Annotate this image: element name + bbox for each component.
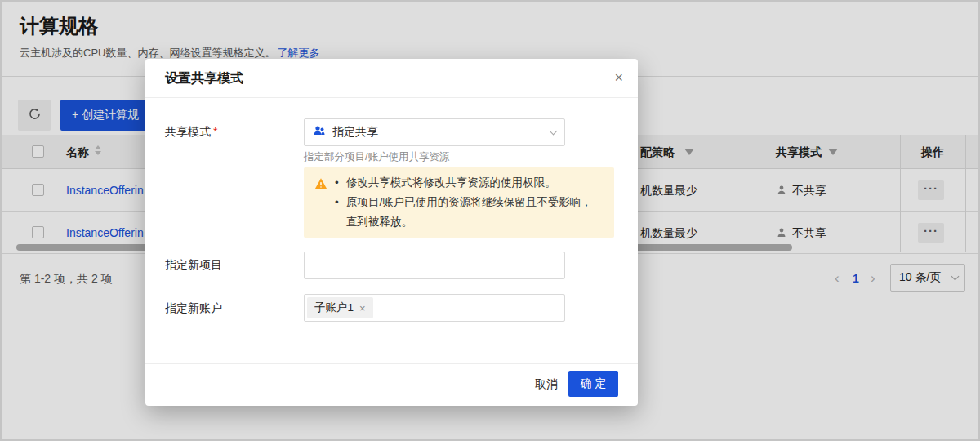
new-account-input[interactable]: 子账户1 × bbox=[304, 294, 565, 322]
app-window: 计算规格 云主机涉及的CPU数量、内存、网络设置等规格定义。了解更多 + 创建计… bbox=[0, 0, 980, 441]
warning-list: 修改共享模式将修改共享资源的使用权限。 原项目/账户已使用的资源将继续保留且不受… bbox=[335, 173, 603, 232]
footer-divider bbox=[145, 363, 638, 364]
dialog-header: 设置共享模式 × bbox=[145, 59, 638, 98]
cancel-button[interactable]: 取消 bbox=[535, 371, 558, 397]
tag-close-icon[interactable]: × bbox=[359, 303, 366, 314]
warning-icon bbox=[314, 177, 327, 190]
warning-alert: 修改共享模式将修改共享资源的使用权限。 原项目/账户已使用的资源将继续保留且不受… bbox=[304, 167, 614, 238]
new-project-input[interactable] bbox=[304, 252, 565, 279]
warning-item: 修改共享模式将修改共享资源的使用权限。 bbox=[335, 173, 603, 193]
warning-item: 原项目/账户已使用的资源将继续保留且不受影响，直到被释放。 bbox=[335, 193, 603, 232]
account-tag: 子账户1 × bbox=[307, 297, 373, 318]
share-mode-select[interactable]: 指定共享 bbox=[304, 118, 565, 146]
share-mode-label-text: 共享模式 bbox=[165, 125, 211, 138]
share-mode-help: 指定部分项目/账户使用共享资源 bbox=[304, 150, 449, 164]
new-account-label: 指定新账户 bbox=[165, 301, 222, 316]
dialog-title: 设置共享模式 bbox=[165, 59, 243, 98]
close-icon[interactable]: × bbox=[614, 59, 623, 96]
set-share-mode-dialog: 设置共享模式 × 共享模式* 指定共享 指定部分项目/账户使用共享资源 修改共享… bbox=[145, 59, 638, 406]
confirm-button[interactable]: 确定 bbox=[568, 371, 618, 397]
people-icon bbox=[313, 124, 326, 140]
share-mode-label: 共享模式* bbox=[165, 125, 217, 140]
account-tag-label: 子账户1 bbox=[314, 301, 354, 315]
chevron-down-icon bbox=[550, 127, 558, 136]
share-mode-value: 指定共享 bbox=[332, 125, 378, 140]
new-project-label: 指定新项目 bbox=[165, 258, 222, 273]
required-asterisk: * bbox=[213, 125, 217, 138]
